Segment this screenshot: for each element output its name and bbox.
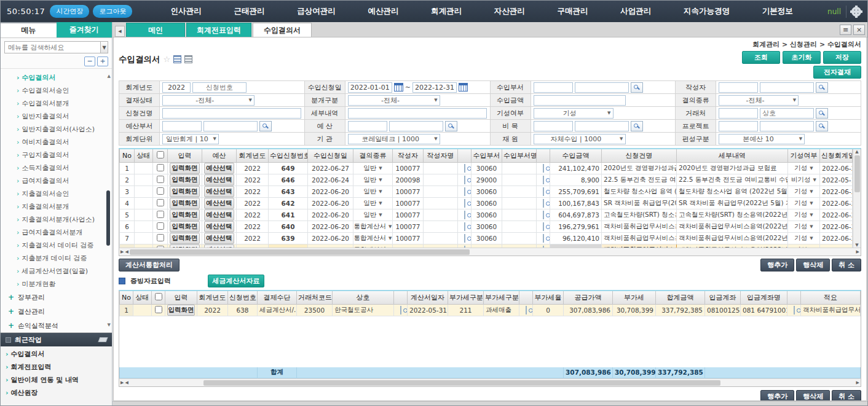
row-checkbox[interactable] — [157, 234, 164, 241]
search-button[interactable] — [464, 211, 465, 219]
query-button[interactable]: 조회 — [742, 51, 780, 64]
sidebar-item[interactable]: ›지출결의서분개 — [17, 200, 112, 213]
search-button[interactable] — [464, 234, 465, 243]
search-button[interactable] — [816, 121, 828, 131]
sidebar-item[interactable]: ›급여지출결의서 — [17, 174, 112, 187]
complete-cell[interactable]: 기성▼ — [788, 185, 820, 197]
income-grid-row[interactable]: 3입력화면예산선택20226432022-06-20일반▼10007730060… — [120, 185, 853, 197]
sidebar-item[interactable]: ›수입결의서 — [17, 71, 112, 84]
filter-select[interactable]: -전체-▼ — [719, 95, 799, 106]
decision-type-cell[interactable]: 일반▼ — [353, 162, 393, 174]
tree-scrollbar[interactable]: ▲▼ — [106, 74, 111, 327]
tab-scroll-left-icon[interactable]: ◀ — [115, 26, 125, 37]
vscroll-thumb[interactable] — [854, 155, 860, 192]
complete-select[interactable]: 기성▼ — [790, 187, 818, 196]
row-checkbox[interactable] — [155, 306, 162, 313]
tax-invoice-button[interactable]: 세금계산서자료 — [208, 275, 264, 287]
income-grid-vscrollbar[interactable]: ▲▼ — [853, 149, 861, 248]
complete-select[interactable]: 기성▼ — [790, 199, 818, 208]
topbar-menu-item[interactable]: 근태관리 — [234, 6, 264, 17]
topbar-menu-item[interactable]: 구매관리 — [558, 6, 588, 17]
title-cell[interactable]: 22.5 동부건축 전도금 여비... — [602, 174, 677, 185]
delete-row-button-bottom[interactable]: 행삭제 — [796, 390, 830, 401]
recent-item[interactable]: ›일반이체 연동 및 내역 — [6, 373, 112, 386]
add-row-button-bottom[interactable]: 행추가 — [760, 390, 794, 401]
text-input[interactable] — [162, 108, 301, 119]
search-button[interactable] — [259, 121, 272, 131]
decision-type-select[interactable]: 일반▼ — [355, 164, 390, 173]
income-grid-row[interactable]: 7입력화면예산선택20226392022-06-20통합계산서▼10007730… — [120, 232, 853, 244]
sidebar-item[interactable]: ›수입결의서승인 — [17, 84, 112, 97]
filter-select[interactable]: 자체수입 | 1000▼ — [534, 134, 626, 144]
topbar-menu-item[interactable]: 지속가능경영 — [684, 6, 730, 17]
tab-menu[interactable]: 메뉴 — [1, 22, 57, 37]
search-button[interactable] — [445, 121, 457, 131]
evidence-grid-row[interactable]: 1입력화면2022638세금계산서/...23500한국철도공사2022-05-… — [120, 304, 861, 316]
select-budget-button[interactable]: 예산선택 — [204, 209, 234, 221]
search-button[interactable] — [543, 246, 544, 248]
income-grid-row[interactable]: 5입력화면예산선택20226412022-06-20일반▼10007730060… — [120, 209, 853, 221]
name-input[interactable] — [760, 108, 814, 119]
search-button[interactable] — [464, 222, 465, 231]
name-input[interactable] — [760, 82, 814, 93]
evidence-grid-hscrollbar[interactable]: ▶◀ ▶ — [119, 378, 861, 386]
search-button[interactable] — [631, 82, 643, 93]
complete-cell[interactable]: 기성▼ — [788, 232, 820, 244]
decision-type-select[interactable]: 통합계산서▼ — [355, 234, 390, 243]
complete-cell[interactable]: 기성▼ — [788, 221, 820, 232]
search-button[interactable] — [543, 176, 544, 184]
complete-cell[interactable]: 기성▼ — [788, 209, 820, 221]
title-cell[interactable]: 철도차량 청소사업 용역 (2... — [602, 185, 677, 197]
open-input-screen-button[interactable]: 입력화면 — [170, 186, 200, 197]
title-cell[interactable]: 고속철도차량(SRT) 청소용... — [602, 209, 677, 221]
request-number-input[interactable] — [192, 82, 247, 93]
cancel-button-bottom[interactable]: 취 소 — [832, 390, 861, 401]
topbar-menu-item[interactable]: 인사관리 — [171, 6, 202, 17]
hscroll-thumb[interactable] — [130, 249, 470, 255]
extend-time-button[interactable]: 시간연장 — [50, 5, 89, 18]
select-budget-button[interactable]: 예산선택 — [204, 221, 234, 232]
recent-item[interactable]: ›예산원장 — [6, 386, 112, 399]
search-button[interactable] — [543, 199, 544, 208]
tab-favorites[interactable]: 즐겨찾기 — [57, 22, 112, 37]
topbar-menu-item[interactable]: 회계관리 — [431, 6, 462, 17]
doc-tab[interactable]: 수입결의서 — [253, 23, 312, 37]
decision-type-cell[interactable]: 일반▼ — [353, 174, 393, 185]
sidebar-item[interactable]: ›지출결의서승인 — [17, 187, 112, 200]
search-button[interactable] — [464, 246, 465, 248]
complete-select[interactable]: 기성▼ — [790, 222, 818, 231]
title-cell[interactable]: SR 객차비품 취급업무(202... — [602, 197, 677, 209]
amount-input[interactable] — [534, 95, 626, 106]
topbar-menu-item[interactable]: 급상여관리 — [297, 6, 336, 17]
code-input[interactable] — [162, 121, 202, 131]
search-button[interactable] — [816, 108, 828, 119]
title-cell[interactable]: 객차비품취급업무서비스용... — [602, 232, 677, 244]
search-button[interactable] — [464, 164, 465, 173]
decision-type-select[interactable]: 일반▼ — [355, 199, 390, 208]
sidebar-item[interactable]: ›미분개현황 — [17, 278, 112, 291]
title-cell[interactable]: 객차비품취급업무서비스용... — [602, 221, 677, 232]
name-input[interactable] — [575, 82, 629, 93]
save-button[interactable]: 저장 — [823, 51, 861, 64]
select-budget-button[interactable]: 예산선택 — [204, 186, 234, 197]
complete-cell[interactable]: 비기성▼ — [788, 174, 820, 185]
text-input[interactable] — [348, 108, 487, 119]
open-input-screen-button[interactable]: 입력화면 — [170, 209, 200, 221]
recent-checkbox-icon[interactable] — [6, 337, 11, 343]
sidebar-item[interactable]: ›수입결의서분개 — [17, 97, 112, 110]
search-button[interactable] — [543, 234, 544, 243]
search-button[interactable] — [400, 306, 401, 314]
search-button[interactable] — [794, 306, 795, 314]
name-input[interactable] — [575, 121, 629, 131]
complete-select[interactable]: 기성▼ — [790, 211, 818, 219]
e-approval-button[interactable]: 전자결재 — [813, 66, 861, 79]
filter-select[interactable]: 코레일테크 | 1000▼ — [348, 134, 440, 144]
complete-select[interactable]: 기성▼ — [790, 234, 818, 243]
income-grid-row[interactable]: 4입력화면예산선택20226422022-06-20일반▼10007730060… — [120, 197, 853, 209]
search-button[interactable] — [543, 187, 544, 196]
add-row-button[interactable]: 행추가 — [760, 259, 794, 271]
menu-search-input[interactable] — [4, 41, 100, 53]
select-budget-button[interactable]: 예산선택 — [204, 233, 234, 244]
fiscal-year-input[interactable] — [162, 82, 191, 93]
decision-type-cell[interactable]: 통합계산서▼ — [353, 232, 393, 244]
